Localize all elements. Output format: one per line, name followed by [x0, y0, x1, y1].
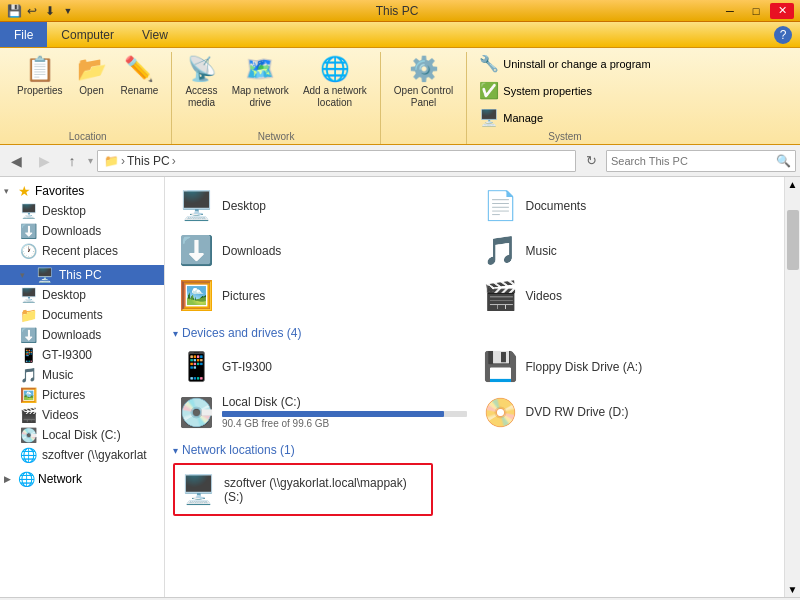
- favorites-star-icon: ★: [18, 183, 31, 199]
- qat-dropdown[interactable]: ▼: [60, 3, 76, 19]
- refresh-button[interactable]: ↻: [580, 150, 602, 172]
- manage-button[interactable]: 🖥️ Manage: [475, 106, 547, 129]
- pictures-folder-name: Pictures: [222, 289, 265, 303]
- sidebar-thispc-section: ▾ 🖥️ This PC 🖥️ Desktop 📁 Documents ⬇️ D…: [0, 265, 164, 465]
- add-network-location-button[interactable]: 🌐 Add a networklocation: [298, 52, 372, 112]
- control-panel-label: Open ControlPanel: [394, 85, 453, 109]
- sidebar-item-szoftver[interactable]: 🌐 szoftver (\\gyakorlat: [0, 445, 164, 465]
- uninstall-button[interactable]: 🔧 Uninstall or change a program: [475, 52, 654, 75]
- sidebar-thispc-header[interactable]: ▾ 🖥️ This PC: [0, 265, 164, 285]
- drive-item-gt-i9300[interactable]: 📱 GT-I9300: [173, 346, 473, 387]
- folder-item-documents[interactable]: 📄 Documents: [477, 185, 777, 226]
- back-button[interactable]: ◀: [4, 149, 28, 173]
- folder-item-videos[interactable]: 🎬 Videos: [477, 275, 777, 316]
- scrollbar-track[interactable]: ▲ ▼: [784, 177, 800, 597]
- sidebar-network-header[interactable]: ▶ 🌐 Network: [0, 469, 164, 489]
- sidebar-item-recent-places[interactable]: 🕐 Recent places: [0, 241, 164, 261]
- ribbon: 📋 Properties 📂 Open ✏️ Rename Location 📡…: [0, 48, 800, 145]
- address-path[interactable]: 📁 › This PC ›: [97, 150, 576, 172]
- desktop-folder-name: Desktop: [222, 199, 266, 213]
- sidebar-item-music-pc[interactable]: 🎵 Music: [0, 365, 164, 385]
- sidebar-item-pictures-pc[interactable]: 🖼️ Pictures: [0, 385, 164, 405]
- up-button[interactable]: ↑: [60, 149, 84, 173]
- network-sidebar-icon: 🌐: [18, 471, 34, 487]
- sidebar-item-local-disk-c[interactable]: 💽 Local Disk (C:): [0, 425, 164, 445]
- sidebar-item-downloads-pc[interactable]: ⬇️ Downloads: [0, 325, 164, 345]
- map-network-drive-button[interactable]: 🗺️ Map networkdrive: [227, 52, 294, 112]
- uninstall-label: Uninstall or change a program: [503, 58, 650, 70]
- szoftver-label: szoftver (\\gyakorlat: [42, 448, 147, 462]
- network-group-label: Network: [258, 131, 295, 142]
- menu-bar: File Computer View ?: [0, 22, 800, 48]
- scroll-down-button[interactable]: ▼: [788, 584, 798, 595]
- window-title: This PC: [76, 4, 718, 18]
- down-qat-button[interactable]: ⬇: [42, 3, 58, 19]
- rename-button[interactable]: ✏️ Rename: [116, 52, 164, 100]
- file-menu[interactable]: File: [0, 22, 47, 47]
- minimize-button[interactable]: ─: [718, 3, 742, 19]
- address-bar: ◀ ▶ ↑ ▾ 📁 › This PC › ↻ 🔍: [0, 145, 800, 177]
- help-button[interactable]: ?: [774, 26, 792, 44]
- folder-item-downloads[interactable]: ⬇️ Downloads: [173, 230, 473, 271]
- properties-button[interactable]: 📋 Properties: [12, 52, 68, 100]
- sidebar: ▾ ★ Favorites 🖥️ Desktop ⬇️ Downloads 🕐 …: [0, 177, 165, 597]
- floppy-drive-icon: 💾: [483, 350, 518, 383]
- system-props-icon: ✅: [479, 81, 499, 100]
- pictures-pc-icon: 🖼️: [20, 387, 36, 403]
- open-button[interactable]: 📂 Open: [72, 52, 112, 100]
- main-area: ▾ ★ Favorites 🖥️ Desktop ⬇️ Downloads 🕐 …: [0, 177, 800, 597]
- sidebar-item-desktop-favorites[interactable]: 🖥️ Desktop: [0, 201, 164, 221]
- manage-icon: 🖥️: [479, 108, 499, 127]
- access-media-button[interactable]: 📡 Accessmedia: [180, 52, 222, 112]
- maximize-button[interactable]: □: [744, 3, 768, 19]
- drive-item-dvd-d[interactable]: 📀 DVD RW Drive (D:): [477, 391, 777, 433]
- computer-menu[interactable]: Computer: [47, 22, 128, 47]
- scroll-up-button[interactable]: ▲: [788, 179, 798, 190]
- network-locations-label: ▾ Network locations (1): [173, 443, 776, 457]
- search-input[interactable]: [611, 155, 776, 167]
- add-network-icon: 🌐: [320, 55, 350, 83]
- music-pc-label: Music: [42, 368, 73, 382]
- ribbon-controlpanel-group: ⚙️ Open ControlPanel: [381, 52, 467, 144]
- sidebar-item-downloads-favorites[interactable]: ⬇️ Downloads: [0, 221, 164, 241]
- sidebar-item-gt-i9300[interactable]: 📱 GT-I9300: [0, 345, 164, 365]
- drive-item-floppy[interactable]: 💾 Floppy Disk Drive (A:): [477, 346, 777, 387]
- recent-places-icon: 🕐: [20, 243, 36, 259]
- close-button[interactable]: ✕: [770, 3, 794, 19]
- devices-drives-text: Devices and drives (4): [182, 326, 301, 340]
- documents-pc-icon: 📁: [20, 307, 36, 323]
- system-properties-button[interactable]: ✅ System properties: [475, 79, 596, 102]
- forward-button[interactable]: ▶: [32, 149, 56, 173]
- user-folders-grid: 🖥️ Desktop 📄 Documents ⬇️ Downloads 🎵 Mu…: [173, 185, 776, 316]
- network-locations-arrow-icon: ▾: [173, 445, 178, 456]
- folder-item-pictures[interactable]: 🖼️ Pictures: [173, 275, 473, 316]
- save-qat-button[interactable]: 💾: [6, 3, 22, 19]
- folder-item-desktop[interactable]: 🖥️ Desktop: [173, 185, 473, 226]
- search-icon: 🔍: [776, 154, 791, 168]
- sidebar-favorites-header[interactable]: ▾ ★ Favorites: [0, 181, 164, 201]
- gt-i9300-drive-info: GT-I9300: [222, 360, 467, 374]
- ribbon-location-group: 📋 Properties 📂 Open ✏️ Rename Location: [4, 52, 172, 144]
- network-location-szoftver[interactable]: 🖥️ szoftver (\\gyakorlat.local\mappak)(S…: [173, 463, 433, 516]
- local-c-drive-icon: 💽: [179, 396, 214, 429]
- network-sidebar-label: Network: [38, 472, 82, 486]
- uninstall-icon: 🔧: [479, 54, 499, 73]
- path-segment-recent: 📁: [104, 154, 119, 168]
- folder-item-music[interactable]: 🎵 Music: [477, 230, 777, 271]
- scrollbar-thumb[interactable]: [787, 210, 799, 270]
- view-menu[interactable]: View: [128, 22, 182, 47]
- map-network-label: Map networkdrive: [232, 85, 289, 109]
- open-control-panel-button[interactable]: ⚙️ Open ControlPanel: [389, 52, 458, 112]
- szoftver-network-icon: 🖥️: [181, 473, 216, 506]
- search-box[interactable]: 🔍: [606, 150, 796, 172]
- sidebar-item-videos-pc[interactable]: 🎬 Videos: [0, 405, 164, 425]
- downloads-favorites-icon: ⬇️: [20, 223, 36, 239]
- drive-item-local-c[interactable]: 💽 Local Disk (C:) 90.4 GB free of 99.6 G…: [173, 391, 473, 433]
- local-c-bar: [222, 411, 444, 417]
- undo-qat-button[interactable]: ↩: [24, 3, 40, 19]
- control-panel-icon: ⚙️: [409, 55, 439, 83]
- sidebar-item-desktop-pc[interactable]: 🖥️ Desktop: [0, 285, 164, 305]
- recent-locations-button[interactable]: ▾: [88, 155, 93, 166]
- devices-drives-grid: 📱 GT-I9300 💾 Floppy Disk Drive (A:) 💽 Lo…: [173, 346, 776, 433]
- sidebar-item-documents-pc[interactable]: 📁 Documents: [0, 305, 164, 325]
